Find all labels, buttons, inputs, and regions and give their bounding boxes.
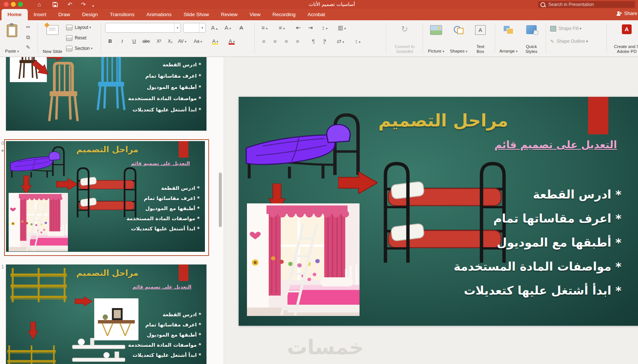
bedroom-photo[interactable]: [247, 203, 360, 316]
bullet-line[interactable]: * ابدأ أشتغل عليها كتعديلات: [454, 278, 621, 302]
bold-button[interactable]: B: [105, 36, 115, 46]
undo-icon[interactable]: ↶: [68, 1, 72, 8]
bullet-line[interactable]: * ادرس القطعة: [454, 182, 621, 206]
tab-insert[interactable]: Insert: [28, 9, 53, 20]
line-spacing-button[interactable]: ↕▾: [319, 23, 330, 33]
change-case-button[interactable]: Aa▾: [193, 36, 203, 46]
tab-acrobat[interactable]: Acrobat: [302, 9, 331, 20]
justify-button[interactable]: ≡: [293, 36, 302, 46]
align-right-button[interactable]: ≡: [281, 36, 291, 46]
copy-button[interactable]: ⧉: [23, 33, 33, 42]
highlight-color-button[interactable]: A▾: [210, 36, 220, 46]
decrease-indent-button[interactable]: ⇤: [293, 23, 303, 33]
layout-button[interactable]: Layout▾: [66, 23, 91, 32]
khamsat-watermark: خمسات: [277, 335, 374, 359]
bullet-line[interactable]: * مواصفات المادة المستخدمة: [454, 254, 621, 278]
shrink-font-button[interactable]: A▾: [222, 23, 233, 33]
shapes-button[interactable]: Shapes▾: [448, 21, 469, 56]
columns-button[interactable]: ▥▾: [336, 23, 348, 33]
tab-review[interactable]: Review: [215, 9, 244, 20]
bullet-line[interactable]: * اعرف مقاساتها تمام: [454, 206, 621, 230]
quick-access-caret-icon[interactable]: ▾: [92, 2, 94, 10]
share-label: Share: [624, 11, 637, 16]
shape-styles-group: Shape Fill▾ ✎Shape Outline▾: [548, 20, 605, 57]
align-center-button[interactable]: ≡: [270, 36, 280, 46]
home-icon[interactable]: ⌂: [38, 1, 41, 8]
red-arrow-right[interactable]: [338, 171, 378, 194]
increase-indent-button[interactable]: ⇥: [305, 23, 315, 33]
shape-outline-button[interactable]: ✎Shape Outline▾: [550, 37, 588, 46]
tab-recording[interactable]: Recording: [266, 9, 302, 20]
grow-font-button[interactable]: A▴: [209, 23, 220, 33]
tab-transitions[interactable]: Transitions: [104, 9, 141, 20]
slide-thumbnail-chairs[interactable]: * ادرس القطعة * اعرف مقاساتها تمام * أطب…: [6, 57, 207, 131]
redo-icon[interactable]: ↷: [81, 1, 86, 8]
save-icon[interactable]: [53, 2, 58, 7]
search-icon: [540, 2, 545, 7]
cut-button[interactable]: ✂: [23, 23, 33, 32]
slide-subtitle[interactable]: التعديل على تصميم قائم: [494, 139, 617, 150]
shape-fill-button[interactable]: Shape Fill▾: [550, 24, 581, 33]
new-slide-button[interactable]: New Slide: [42, 21, 63, 56]
bullets-button[interactable]: ≡▾: [259, 23, 270, 33]
slide-thumbnail-beds[interactable]: مراحل التصميم التعديل على تصميم قائم * ا…: [6, 141, 205, 252]
slide-thumbnail-shelves[interactable]: مراحل التصميم التعديل على تصميم قائم * ا…: [6, 264, 207, 364]
current-slide[interactable]: مراحل التصميم التعديل على تصميم قائم * ا…: [239, 97, 638, 326]
search-input[interactable]: [548, 2, 633, 8]
tab-animations[interactable]: Animations: [140, 9, 178, 20]
share-button[interactable]: Share: [616, 11, 637, 16]
font-name-input[interactable]: [106, 24, 175, 32]
line-spacing-icon: ↕: [322, 24, 325, 31]
align-text-button[interactable]: ↕▾: [351, 36, 364, 46]
italic-button[interactable]: I: [117, 36, 127, 46]
font-size-caret-icon[interactable]: ▾: [199, 23, 205, 32]
search-field[interactable]: [538, 1, 635, 8]
ribbon: Paste▾ ✂ ⧉ ✎ New Slide Layout▾ Reset Sec…: [0, 20, 638, 57]
font-size-combo[interactable]: ▾: [183, 23, 206, 33]
minimize-window-button[interactable]: [11, 2, 16, 7]
blue-chair-illustration: [89, 57, 133, 112]
underline-button[interactable]: U: [129, 36, 139, 46]
align-text-icon: ↕: [355, 38, 358, 44]
convert-to-smartart-button[interactable]: ↻ Convert toSmartArt: [390, 21, 420, 56]
strikethrough-button[interactable]: abe: [141, 36, 151, 46]
tab-view[interactable]: View: [244, 9, 266, 20]
zoom-window-button[interactable]: [18, 2, 23, 7]
picture-button[interactable]: Picture▾: [426, 21, 447, 56]
tab-home[interactable]: Home: [2, 9, 28, 20]
bullet-line[interactable]: * أطبقها مع الموديول: [454, 230, 621, 254]
ltr-paragraph-button[interactable]: ¶: [308, 36, 318, 46]
rtl-paragraph-button[interactable]: ¶: [320, 36, 330, 46]
format-painter-button[interactable]: ✎: [23, 43, 33, 52]
close-window-button[interactable]: [4, 2, 9, 7]
font-color-button[interactable]: A▾: [227, 36, 237, 46]
red-accent-bar[interactable]: [588, 97, 608, 134]
font-color-swatch: [229, 43, 235, 45]
arrange-button[interactable]: Arrange▾: [498, 21, 519, 56]
character-spacing-button[interactable]: AV▾: [177, 36, 187, 46]
indent-icon: ⇥: [308, 24, 313, 31]
tab-slideshow[interactable]: Slide Show: [178, 9, 215, 20]
text-direction-button[interactable]: ⇄▾: [334, 36, 347, 46]
align-left-button[interactable]: ≡: [259, 36, 269, 46]
section-button[interactable]: Section▾: [66, 44, 93, 53]
purple-bed-illustration[interactable]: [243, 107, 363, 180]
font-name-caret-icon[interactable]: ▾: [174, 23, 181, 32]
create-pdf-button[interactable]: A Create and SAdobe PD: [609, 21, 638, 56]
superscript-button[interactable]: X²: [154, 36, 164, 46]
text-box-button[interactable]: A TextBox: [471, 21, 490, 56]
slide-title[interactable]: مراحل التصميم: [363, 110, 524, 131]
font-size-input[interactable]: [184, 24, 199, 32]
reset-button[interactable]: Reset: [66, 33, 86, 42]
font-name-combo[interactable]: ▾: [105, 23, 181, 33]
clear-formatting-button[interactable]: A: [236, 23, 247, 33]
numbering-button[interactable]: ≡▾: [276, 23, 287, 33]
quick-styles-button[interactable]: QuickStyles: [521, 21, 542, 56]
paste-button[interactable]: Paste▾: [3, 21, 21, 56]
thumbnail-scrollbar[interactable]: [219, 173, 222, 227]
subscript-button[interactable]: X₂: [165, 36, 175, 46]
slide-thumbnail-panel: 0 ★ 1 * ادرس القطعة * اعرف مقاساتها تمام…: [0, 57, 224, 364]
slide-bullet-list[interactable]: * ادرس القطعة * اعرف مقاساتها تمام * أطب…: [454, 182, 621, 302]
tab-draw[interactable]: Draw: [52, 9, 76, 20]
tab-design[interactable]: Design: [76, 9, 104, 20]
